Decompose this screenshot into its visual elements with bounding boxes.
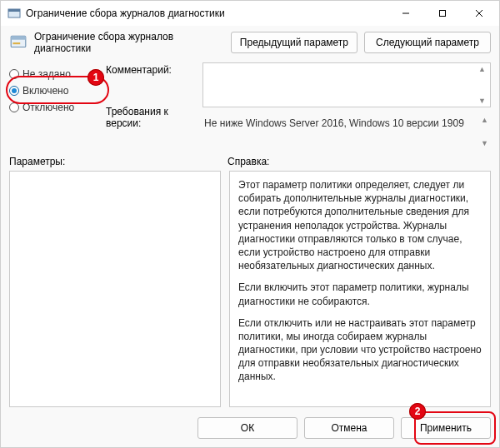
radio-disabled[interactable]: Отключено — [9, 99, 101, 116]
requirements-label: Требования к версии: — [106, 106, 198, 129]
next-setting-button[interactable]: Следующий параметр — [364, 32, 491, 53]
scroll-up-icon: ▲ — [476, 65, 488, 73]
field-labels-column: Комментарий: Требования к версии: — [106, 62, 198, 147]
radio-dot-icon — [9, 86, 19, 96]
requirements-textarea: Не ниже Windows Server 2016, Windows 10 … — [202, 116, 491, 147]
requirements-value: Не ниже Windows Server 2016, Windows 10 … — [204, 117, 464, 129]
header-row: Ограничение сбора журналов диагностики П… — [1, 26, 499, 62]
parameters-label: Параметры: — [9, 156, 228, 167]
scroll-down-icon: ▼ — [478, 139, 491, 147]
svg-rect-1 — [8, 9, 20, 12]
policy-title: Ограничение сбора журналов диагностики — [34, 31, 224, 54]
annotation-badge-2: 2 — [409, 403, 426, 420]
apply-button[interactable]: Применить — [401, 417, 491, 439]
svg-rect-8 — [12, 42, 20, 44]
scroll-down-icon: ▼ — [476, 97, 488, 105]
radio-label: Включено — [22, 85, 68, 97]
policy-icon — [9, 33, 28, 52]
titlebar: Ограничение сбора журналов диагностики — [1, 1, 499, 26]
svg-rect-3 — [440, 11, 446, 17]
state-radio-group: Не задано Включено Отключено 1 — [9, 62, 101, 147]
close-button[interactable] — [461, 1, 498, 26]
radio-dot-icon — [9, 69, 19, 79]
cancel-button[interactable]: Отмена — [304, 417, 394, 439]
radio-label: Отключено — [22, 102, 74, 113]
radio-enabled[interactable]: Включено — [9, 82, 101, 99]
comment-label: Комментарий: — [106, 64, 198, 76]
radio-label: Не задано — [22, 68, 71, 80]
help-panel: Этот параметр политики определяет, следу… — [229, 171, 491, 407]
window-title: Ограничение сбора журналов диагностики — [26, 7, 388, 19]
section-labels: Параметры: Справка: — [1, 152, 499, 171]
maximize-button[interactable] — [424, 1, 461, 26]
scrollbar[interactable]: ▲▼ — [478, 116, 491, 147]
config-area: Не задано Включено Отключено 1 Комментар… — [1, 62, 499, 152]
help-paragraph: Этот параметр политики определяет, следу… — [238, 178, 482, 272]
help-label: Справка: — [228, 156, 269, 167]
comment-textarea[interactable]: ▲▼ — [202, 62, 491, 107]
previous-setting-button[interactable]: Предыдущий параметр — [231, 32, 358, 53]
help-paragraph: Если отключить или не настраивать этот п… — [238, 316, 482, 384]
svg-rect-7 — [11, 36, 26, 39]
scroll-up-icon: ▲ — [478, 116, 491, 124]
field-values-column: ▲▼ Не ниже Windows Server 2016, Windows … — [202, 62, 491, 147]
app-icon — [8, 7, 21, 20]
annotation-badge-1: 1 — [88, 69, 104, 86]
ok-button[interactable]: ОК — [198, 417, 298, 439]
scrollbar[interactable]: ▲▼ — [476, 65, 488, 105]
minimize-button[interactable] — [388, 1, 424, 26]
gpo-editor-window: Ограничение сбора журналов диагностики О… — [0, 0, 500, 448]
footer-buttons: ОК Отмена Применить 2 — [1, 411, 499, 447]
parameters-panel — [9, 171, 221, 407]
help-paragraph: Если включить этот параметр политики, жу… — [238, 281, 482, 307]
panels-row: Этот параметр политики определяет, следу… — [1, 171, 499, 411]
radio-dot-icon — [9, 102, 19, 112]
